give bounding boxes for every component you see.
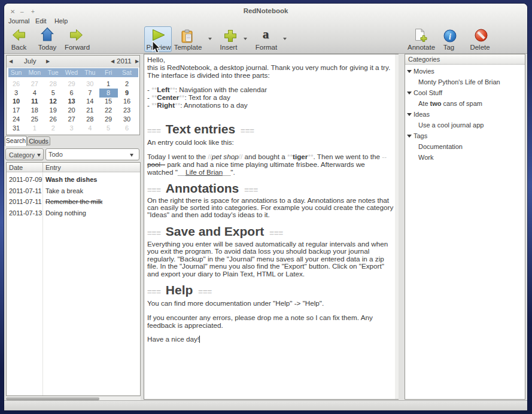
svg-text:i: i [449, 32, 451, 41]
